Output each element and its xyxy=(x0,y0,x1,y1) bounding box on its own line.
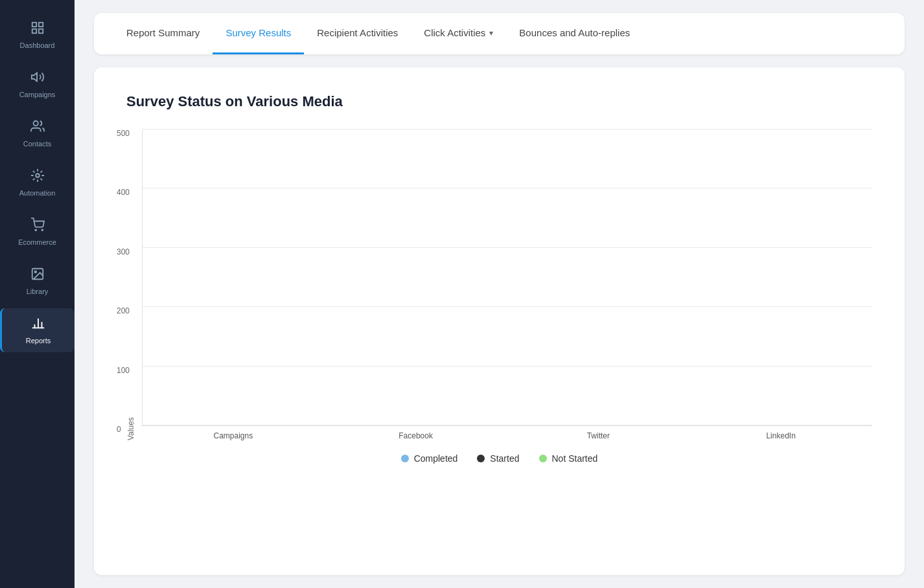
x-label-twitter: Twitter xyxy=(507,426,690,440)
sidebar-item-label-ecommerce: Ecommerce xyxy=(18,238,56,246)
x-axis: Campaigns Facebook Twitter LinkedIn xyxy=(142,425,872,440)
ecommerce-icon xyxy=(30,218,45,234)
chart-legend: Completed Started Not Started xyxy=(126,453,872,464)
automation-icon xyxy=(30,168,45,185)
campaigns-icon xyxy=(30,70,45,87)
y-axis-label: Values xyxy=(126,130,135,440)
tab-recipient-activities-label: Recipient Activities xyxy=(317,27,398,38)
sidebar-item-library[interactable]: Library xyxy=(0,259,75,303)
svg-point-8 xyxy=(41,229,43,231)
tab-bounces-auto-replies-label: Bounces and Auto-replies xyxy=(519,27,630,38)
sidebar-item-campaigns[interactable]: Campaigns xyxy=(0,62,75,106)
sidebar-item-ecommerce[interactable]: Ecommerce xyxy=(0,210,75,254)
legend-label-started: Started xyxy=(490,453,519,464)
chart-card: Survey Status on Various Media Values 50… xyxy=(94,67,905,575)
legend-label-not-started: Not Started xyxy=(552,453,598,464)
chevron-down-icon: ▾ xyxy=(489,28,493,38)
svg-point-7 xyxy=(35,229,36,231)
chart-area: Values 500 400 300 200 xyxy=(126,130,872,440)
grid-label-0: 0 xyxy=(117,425,121,434)
reports-icon xyxy=(31,316,45,333)
tab-survey-results[interactable]: Survey Results xyxy=(213,13,304,54)
svg-rect-0 xyxy=(32,23,36,27)
legend-label-completed: Completed xyxy=(414,453,458,464)
tab-click-activities-label: Click Activities xyxy=(424,27,485,38)
library-icon xyxy=(30,267,45,284)
sidebar-item-label-library: Library xyxy=(27,288,49,295)
svg-point-10 xyxy=(34,271,36,273)
chart-grid: 500 400 300 200 100 0 xyxy=(142,130,872,425)
sidebar-item-label-campaigns: Campaigns xyxy=(19,91,56,98)
sidebar-item-reports[interactable]: Reports xyxy=(0,308,75,352)
tab-click-activities[interactable]: Click Activities ▾ xyxy=(411,13,506,54)
bars-area xyxy=(143,130,872,425)
sidebar-item-label-contacts: Contacts xyxy=(23,140,51,148)
grid-label-200: 200 xyxy=(117,306,130,315)
legend-dot-completed xyxy=(401,455,409,462)
x-label-campaigns: Campaigns xyxy=(142,426,325,440)
tabs-card: Report Summary Survey Results Recipient … xyxy=(94,13,905,54)
main-content: Report Summary Survey Results Recipient … xyxy=(75,0,924,588)
legend-item-not-started: Not Started xyxy=(539,453,598,464)
chart-title: Survey Status on Various Media xyxy=(126,93,872,110)
chart-inner: 500 400 300 200 100 0 xyxy=(142,130,872,440)
sidebar: Dashboard Campaigns Contacts xyxy=(0,0,75,588)
tab-report-summary-label: Report Summary xyxy=(126,27,200,38)
grid-label-100: 100 xyxy=(117,366,130,375)
svg-rect-3 xyxy=(38,29,42,33)
grid-label-400: 400 xyxy=(117,188,130,197)
sidebar-item-label-reports: Reports xyxy=(26,337,51,345)
legend-dot-not-started xyxy=(539,455,547,462)
tab-survey-results-label: Survey Results xyxy=(225,27,291,38)
x-label-facebook: Facebook xyxy=(325,426,507,440)
grid-label-300: 300 xyxy=(117,247,130,256)
sidebar-item-label-dashboard: Dashboard xyxy=(20,41,55,49)
legend-item-completed: Completed xyxy=(401,453,458,464)
legend-item-started: Started xyxy=(477,453,519,464)
contacts-icon xyxy=(30,119,45,136)
sidebar-item-automation[interactable]: Automation xyxy=(0,161,75,205)
dashboard-icon xyxy=(30,21,45,38)
sidebar-item-contacts[interactable]: Contacts xyxy=(0,111,75,155)
svg-point-6 xyxy=(36,174,40,177)
svg-rect-2 xyxy=(32,29,36,33)
tab-report-summary[interactable]: Report Summary xyxy=(113,13,213,54)
svg-marker-4 xyxy=(31,73,36,82)
svg-rect-1 xyxy=(38,23,42,27)
tab-recipient-activities[interactable]: Recipient Activities xyxy=(304,13,411,54)
sidebar-item-dashboard[interactable]: Dashboard xyxy=(0,13,75,57)
svg-point-5 xyxy=(33,121,38,126)
x-label-linkedin: LinkedIn xyxy=(689,426,872,440)
grid-label-500: 500 xyxy=(117,129,130,138)
tab-bounces-auto-replies[interactable]: Bounces and Auto-replies xyxy=(506,13,643,54)
legend-dot-started xyxy=(477,455,485,462)
sidebar-item-label-automation: Automation xyxy=(19,189,56,197)
